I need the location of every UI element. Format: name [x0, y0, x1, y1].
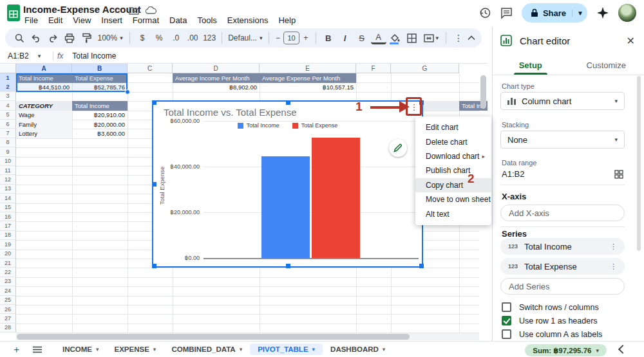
- column-header-E[interactable]: E: [260, 64, 356, 73]
- sheet-tab-caret[interactable]: ▾: [153, 346, 156, 352]
- row-header-1[interactable]: 1: [0, 73, 16, 82]
- context-menu-item-move-to-own-sheet[interactable]: Move to own sheet: [415, 192, 491, 206]
- cell-B4[interactable]: Total Income: [72, 101, 128, 111]
- checkbox-switch-rows-columns[interactable]: [502, 302, 511, 312]
- italic-button[interactable]: I: [337, 30, 353, 46]
- chart-selection-handle[interactable]: [286, 264, 290, 268]
- format-currency-button[interactable]: $: [135, 30, 150, 46]
- menu-view[interactable]: View: [68, 15, 96, 26]
- select-data-range-icon[interactable]: [614, 170, 623, 179]
- more-formats-button[interactable]: 123: [202, 30, 217, 46]
- row-header-25[interactable]: 25: [0, 296, 16, 305]
- undo-icon[interactable]: [28, 30, 44, 46]
- sheet-tab-caret[interactable]: ▾: [383, 346, 386, 352]
- increase-decimal-button[interactable]: .00: [185, 30, 200, 46]
- formula-input[interactable]: Total Income: [72, 51, 116, 60]
- name-box[interactable]: A1:B2▾: [0, 51, 53, 60]
- context-menu-item-alt-text[interactable]: Alt text: [415, 206, 491, 221]
- checkbox-use-column-a-as-labels[interactable]: [502, 329, 511, 339]
- cell-E1[interactable]: Average Expense Per Month: [260, 73, 356, 83]
- chart-selection-handle[interactable]: [152, 182, 156, 187]
- account-avatar[interactable]: [618, 4, 636, 22]
- sheet-tab-pivot-table[interactable]: PIVOT_TABLE▾: [250, 343, 323, 355]
- redo-icon[interactable]: [45, 30, 61, 46]
- font-size-input[interactable]: 10: [283, 32, 299, 44]
- grid-corner[interactable]: [0, 64, 16, 73]
- text-color-button[interactable]: A: [371, 32, 386, 44]
- sheet-tab-caret[interactable]: ▾: [96, 346, 99, 352]
- font-family-select[interactable]: Defaul...▾: [227, 30, 263, 46]
- comment-icon[interactable]: [500, 7, 513, 19]
- panel-scrollbar[interactable]: [637, 76, 641, 251]
- borders-button[interactable]: [404, 30, 420, 46]
- all-sheets-icon[interactable]: [33, 346, 42, 353]
- increase-font-size-button[interactable]: +: [301, 30, 311, 46]
- fill-handle[interactable]: [125, 89, 130, 95]
- bold-button[interactable]: B: [321, 30, 336, 46]
- share-dropdown-caret[interactable]: ▼: [572, 10, 583, 17]
- column-header-A[interactable]: A: [16, 64, 72, 73]
- chart-selection-handle[interactable]: [152, 100, 156, 105]
- menu-file[interactable]: File: [19, 15, 43, 26]
- context-menu-item-publish-chart[interactable]: Publish chart: [415, 163, 491, 178]
- menu-format[interactable]: Format: [128, 15, 164, 26]
- expand-panel-chevron-icon[interactable]: [618, 345, 627, 354]
- star-icon[interactable]: ☆: [113, 5, 122, 15]
- row-header-4[interactable]: 4: [0, 101, 16, 110]
- print-icon[interactable]: [62, 30, 77, 46]
- document-title[interactable]: Income-Expense Account: [23, 4, 141, 15]
- column-header-B[interactable]: B: [72, 64, 128, 73]
- context-menu-item-delete-chart[interactable]: Delete chart: [415, 134, 491, 149]
- share-button[interactable]: Share ▼: [522, 3, 587, 23]
- row-header-15[interactable]: 15: [0, 203, 16, 212]
- cell-B6[interactable]: ฿20,000.00: [72, 120, 128, 129]
- cell-E2[interactable]: ฿10,557.15: [260, 82, 356, 91]
- row-header-6[interactable]: 6: [0, 120, 16, 129]
- search-icon[interactable]: [12, 30, 27, 46]
- close-panel-icon[interactable]: ✕: [627, 35, 635, 47]
- row-header-26[interactable]: 26: [0, 305, 16, 314]
- toolbar-more-button[interactable]: ⋮: [451, 30, 466, 46]
- cell-D1[interactable]: Average Income Per Month: [173, 73, 260, 83]
- merge-cells-button[interactable]: ▾: [421, 30, 441, 46]
- cell-A5[interactable]: Wage: [16, 111, 72, 120]
- cell-A4[interactable]: CATEGORY: [16, 101, 72, 110]
- sheets-logo-icon[interactable]: [6, 4, 21, 22]
- tab-setup[interactable]: Setup: [493, 55, 569, 75]
- chart-selection-handle[interactable]: [286, 100, 290, 105]
- embedded-chart[interactable]: Total Income vs. Total Expense Total Inc…: [152, 100, 423, 268]
- tab-customize[interactable]: Customize: [569, 55, 644, 75]
- row-header-28[interactable]: 28: [0, 324, 16, 333]
- vertical-scrollbar[interactable]: [480, 75, 486, 109]
- cell-A7[interactable]: Lottery: [16, 129, 72, 138]
- column-header-G[interactable]: G: [391, 64, 459, 73]
- data-range-value[interactable]: A1:B2: [502, 169, 524, 179]
- row-header-14[interactable]: 14: [0, 194, 16, 203]
- context-menu-item-download-chart[interactable]: Download chart▸: [415, 149, 491, 163]
- chart-type-select[interactable]: Column chart▾: [500, 92, 625, 110]
- strikethrough-button[interactable]: S: [354, 30, 370, 46]
- stacking-select[interactable]: None▾: [500, 131, 625, 149]
- add-x-axis-field[interactable]: Add X-axis: [500, 205, 625, 221]
- context-menu-item-copy-chart[interactable]: Copy chart: [415, 178, 491, 192]
- collapse-toolbar-icon[interactable]: [468, 35, 475, 41]
- menu-insert[interactable]: Insert: [96, 15, 128, 26]
- series-item-total-expense[interactable]: 123Total Expense⋮: [500, 258, 625, 275]
- column-header-C[interactable]: C: [128, 64, 173, 73]
- row-header-27[interactable]: 27: [0, 314, 16, 323]
- menu-data[interactable]: Data: [164, 15, 192, 26]
- row-header-5[interactable]: 5: [0, 111, 16, 120]
- cloud-status-icon[interactable]: [146, 6, 156, 14]
- menu-extensions[interactable]: Extensions: [222, 15, 274, 26]
- format-percent-button[interactable]: %: [151, 30, 167, 46]
- column-header-F[interactable]: F: [356, 64, 391, 73]
- decrease-font-size-button[interactable]: −: [273, 30, 282, 46]
- paint-format-icon[interactable]: [79, 30, 94, 46]
- fill-color-button[interactable]: [388, 30, 403, 46]
- row-header-8[interactable]: 8: [0, 138, 16, 147]
- row-header-11[interactable]: 11: [0, 166, 16, 175]
- series-options-icon[interactable]: ⋮: [610, 243, 617, 251]
- sheet-tab-caret[interactable]: ▾: [240, 346, 243, 352]
- move-folder-icon[interactable]: [129, 6, 139, 15]
- row-header-2[interactable]: 2: [0, 82, 16, 91]
